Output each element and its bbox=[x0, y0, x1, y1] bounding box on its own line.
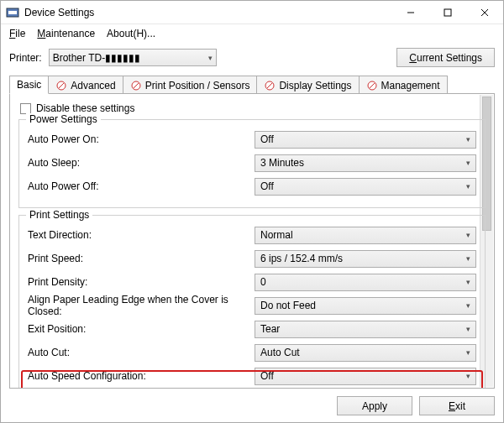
prohibit-icon bbox=[130, 80, 142, 91]
printer-row: Printer: Brother TD-▮▮▮▮▮▮ ▾ Current Set… bbox=[1, 43, 503, 76]
prohibit-icon bbox=[55, 80, 67, 91]
auto-power-off-select[interactable]: Off▾ bbox=[255, 178, 476, 196]
text-direction-label: Text Direction: bbox=[28, 229, 255, 241]
disable-label: Disable these settings bbox=[36, 102, 134, 114]
chevron-down-icon: ▾ bbox=[466, 301, 470, 310]
auto-sleep-select[interactable]: 3 Minutes▾ bbox=[255, 154, 476, 172]
window: Device Settings File Maintenance About(H… bbox=[0, 0, 504, 423]
tab-basic[interactable]: Basic bbox=[9, 76, 49, 94]
print-density-select[interactable]: 0▾ bbox=[255, 274, 476, 291]
printer-value: Brother TD-▮▮▮▮▮▮ bbox=[53, 52, 140, 64]
disable-checkbox[interactable] bbox=[20, 103, 31, 114]
auto-speed-select[interactable]: Off▾ bbox=[255, 368, 476, 385]
window-title: Device Settings bbox=[24, 7, 392, 18]
print-group-label: Print Settings bbox=[26, 209, 92, 221]
tabs: Basic Advanced Print Position / Sensors … bbox=[1, 76, 503, 94]
chevron-down-icon: ▾ bbox=[466, 231, 470, 239]
power-group-label: Power Settings bbox=[26, 113, 101, 125]
auto-power-on-label: Auto Power On: bbox=[28, 133, 255, 145]
power-settings-group: Power Settings Auto Power On:Off▾ Auto S… bbox=[18, 119, 486, 208]
svg-rect-1 bbox=[8, 11, 17, 14]
auto-cut-label: Auto Cut: bbox=[28, 347, 255, 358]
align-paper-select[interactable]: Do not Feed▾ bbox=[255, 297, 476, 315]
close-button[interactable] bbox=[466, 1, 503, 24]
exit-button[interactable]: Exit bbox=[419, 396, 495, 415]
chevron-down-icon: ▾ bbox=[466, 325, 470, 333]
print-density-label: Print Density: bbox=[28, 276, 255, 288]
prohibit-icon bbox=[264, 80, 276, 91]
disable-row: Disable these settings bbox=[20, 102, 486, 114]
prohibit-icon bbox=[366, 80, 378, 91]
auto-cut-select[interactable]: Auto Cut▾ bbox=[255, 344, 476, 362]
chevron-down-icon: ▾ bbox=[208, 54, 213, 62]
print-speed-select[interactable]: 6 ips / 152.4 mm/s▾ bbox=[255, 250, 476, 268]
print-settings-group: Print Settings Text Direction:Normal▾ Pr… bbox=[18, 215, 486, 389]
maximize-button[interactable] bbox=[429, 1, 466, 24]
tab-advanced[interactable]: Advanced bbox=[48, 76, 123, 94]
align-paper-label: Align Paper Leading Edge when the Cover … bbox=[28, 294, 255, 317]
exit-position-label: Exit Position: bbox=[28, 323, 255, 335]
tab-panel: Disable these settings Power Settings Au… bbox=[9, 93, 495, 389]
text-direction-select[interactable]: Normal▾ bbox=[255, 227, 476, 244]
menubar: File Maintenance About(H)... bbox=[1, 24, 503, 43]
svg-rect-3 bbox=[444, 9, 451, 16]
exit-position-select[interactable]: Tear▾ bbox=[255, 321, 476, 338]
printer-combo[interactable]: Brother TD-▮▮▮▮▮▮ ▾ bbox=[49, 49, 217, 66]
chevron-down-icon: ▾ bbox=[466, 372, 470, 380]
chevron-down-icon: ▾ bbox=[466, 159, 470, 167]
current-settings-button[interactable]: Current Settings bbox=[396, 48, 495, 67]
tab-management[interactable]: Management bbox=[359, 76, 448, 94]
chevron-down-icon: ▾ bbox=[466, 135, 470, 144]
auto-power-off-label: Auto Power Off: bbox=[28, 180, 255, 192]
chevron-down-icon: ▾ bbox=[466, 348, 470, 357]
auto-power-on-select[interactable]: Off▾ bbox=[255, 131, 476, 149]
chevron-down-icon: ▾ bbox=[466, 278, 470, 286]
auto-speed-label: Auto Speed Configuration: bbox=[28, 370, 255, 382]
minimize-button[interactable] bbox=[392, 1, 429, 24]
printer-label: Printer: bbox=[9, 52, 42, 64]
auto-sleep-label: Auto Sleep: bbox=[28, 157, 255, 169]
menu-about[interactable]: About(H)... bbox=[102, 26, 160, 41]
print-speed-label: Print Speed: bbox=[28, 253, 255, 264]
tab-print-position[interactable]: Print Position / Sensors bbox=[123, 76, 258, 94]
app-icon bbox=[6, 6, 19, 19]
footer: Apply Exit bbox=[1, 389, 503, 422]
titlebar: Device Settings bbox=[1, 1, 503, 24]
menu-file[interactable]: File bbox=[4, 26, 30, 41]
apply-button[interactable]: Apply bbox=[337, 396, 412, 415]
chevron-down-icon: ▾ bbox=[466, 182, 470, 191]
window-controls bbox=[392, 1, 503, 24]
tab-display[interactable]: Display Settings bbox=[256, 76, 359, 94]
menu-maintenance[interactable]: Maintenance bbox=[32, 26, 100, 41]
chevron-down-icon: ▾ bbox=[466, 254, 470, 263]
